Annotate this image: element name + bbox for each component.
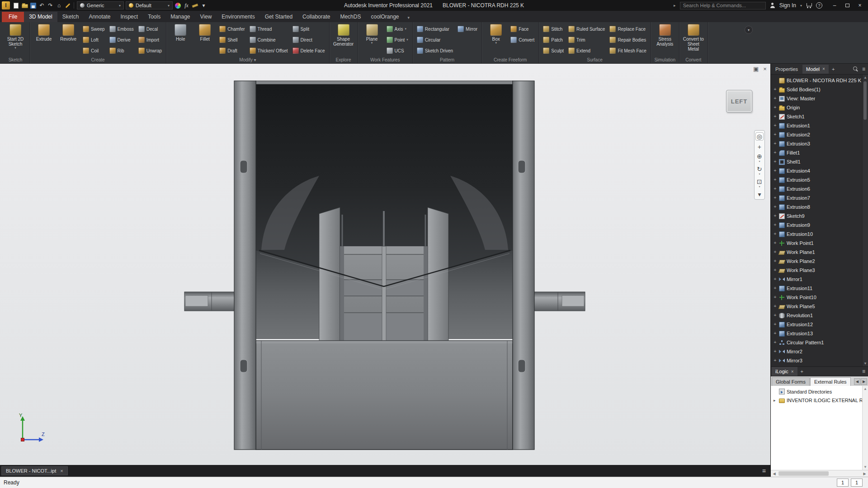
tab-manage[interactable]: Manage [165,12,195,22]
tree-item-extrusion7[interactable]: +Extrusion7 [771,193,868,202]
tab-sketch[interactable]: Sketch [57,12,84,22]
button-ruled-surface[interactable]: Ruled Surface [566,23,607,34]
tree-item-extrusion3[interactable]: +Extrusion3 [771,139,868,148]
measure-icon[interactable] [191,1,199,10]
scroll-down-icon[interactable]: ▼ [863,465,867,469]
tree-item-extrusion10[interactable]: +Extrusion10 [771,230,868,239]
button-extrude[interactable]: Extrude [32,23,56,42]
tree-item-extrusion13[interactable]: +Extrusion13 [771,329,868,338]
button-sculpt[interactable]: Sculpt [541,45,566,56]
ribbon-overflow-button[interactable]: ▾ [745,26,753,34]
tree-item-extrusion8[interactable]: +Extrusion8 [771,202,868,211]
prev-tab-icon[interactable]: ◀ [854,378,860,385]
button-combine[interactable]: Combine [248,34,290,45]
expander-icon[interactable]: + [773,150,777,155]
tree-item-work-plane3[interactable]: +Work Plane3 [771,266,868,275]
zoom-icon[interactable]: ⊕▾ [757,153,762,163]
expander-icon[interactable]: + [773,322,777,327]
expander-icon[interactable]: + [773,114,777,119]
button-draft[interactable]: Draft [217,45,246,56]
button-shell[interactable]: Shell [217,34,246,45]
expander-icon[interactable]: + [773,259,777,263]
button-import[interactable]: Import [137,34,164,45]
ilogic-item-standard-directories[interactable]: Standard Directories [771,387,868,396]
navbar-more-icon[interactable]: ▾ [758,191,761,197]
button-point[interactable]: Point▾ [385,34,410,45]
tab-properties[interactable]: Properties [772,65,802,74]
scrollbar-thumb[interactable] [778,471,829,476]
search-expand-icon[interactable]: ▸ [674,3,676,8]
tree-item-work-point10[interactable]: +Work Point10 [771,293,868,302]
expander-icon[interactable]: + [773,205,777,209]
button-delete-face[interactable]: Delete Face [291,45,327,56]
button-rectangular[interactable]: Rectangular [415,23,455,34]
ilogic-horizontal-scrollbar[interactable]: ◀ ▶ [771,470,868,477]
scroll-left-icon[interactable]: ◀ [771,470,778,477]
viewcube[interactable]: LEFT [726,90,752,113]
tree-item-extrusion9[interactable]: +Extrusion9 [771,221,868,230]
expander-icon[interactable]: + [773,313,777,318]
ribbon-minimize-icon[interactable]: ▾ [404,14,414,22]
tree-item-extrusion6[interactable]: +Extrusion6 [771,184,868,193]
tab-tools[interactable]: Tools [143,12,165,22]
tree-item-solid-bodies-1[interactable]: +Solid Bodies(1) [771,85,868,94]
tab-ilogic[interactable]: iLogic × [772,367,797,376]
button-thicken-offset[interactable]: Thicken/ Offset [248,45,290,56]
sign-in-button[interactable]: Sign In [779,2,796,9]
tree-item-origin[interactable]: +Origin [771,103,868,112]
expander-icon[interactable]: + [773,241,777,245]
button-trim[interactable]: Trim [566,34,607,45]
button-convert[interactable]: Convert [509,34,536,45]
expander-icon[interactable]: + [773,196,777,200]
button-sweep[interactable]: Sweep [81,23,107,34]
add-panel-button[interactable]: + [798,369,806,374]
expander-icon[interactable]: + [773,132,777,137]
expander-icon[interactable]: + [773,286,777,291]
button-hole[interactable]: Hole [169,23,192,42]
tree-item-mirror3[interactable]: +Mirror3 [771,356,868,365]
expander-icon[interactable]: + [773,178,777,182]
maximize-button[interactable] [841,0,854,11]
help-icon[interactable]: ? [816,2,822,9]
parameters-fx-icon[interactable]: fx [182,1,191,10]
tree-item-extrusion1[interactable]: +Extrusion1 [771,121,868,130]
scroll-right-icon[interactable]: ▶ [861,470,868,477]
scroll-up-icon[interactable]: ▲ [863,75,867,80]
close-icon[interactable]: × [60,468,63,474]
scroll-up-icon[interactable]: ▲ [863,387,867,391]
tab-model[interactable]: Model × [802,65,829,74]
tree-item-extrusion5[interactable]: +Extrusion5 [771,175,868,184]
search-input[interactable]: Search Help & Commands... [680,2,766,9]
close-button[interactable]: × [854,0,866,11]
document-tab[interactable]: BLOWER - NICOT...ipt × [1,466,68,475]
panel-menu-icon[interactable]: ≡ [862,368,865,375]
tab-list-menu-icon[interactable]: ≡ [762,467,766,474]
expander-icon[interactable]: + [773,223,777,227]
tree-item-sketch1[interactable]: +Sketch1 [771,112,868,121]
sketch-pencil-icon[interactable] [63,1,72,10]
tree-item-work-plane2[interactable]: +Work Plane2 [771,257,868,266]
tree-item-work-plane5[interactable]: +Work Plane5 [771,302,868,311]
scroll-down-icon[interactable]: ▼ [863,361,867,366]
tree-item-blower-nicotra-rdh-225-k[interactable]: BLOWER - NICOTRA RDH 225 K [771,76,868,85]
expander-icon[interactable]: + [773,187,777,191]
button-start-2d-sketch[interactable]: Start 2D Sketch▾ [4,23,27,50]
tab-view[interactable]: View [195,12,217,22]
button-plane[interactable]: Plane▾ [360,23,384,44]
tree-item-revolution1[interactable]: +Revolution1 [771,311,868,320]
tree-item-mirror2[interactable]: +Mirror2 [771,347,868,356]
expander-icon[interactable]: + [773,349,777,354]
expander-icon[interactable]: + [773,232,777,236]
expander-icon[interactable]: + [773,96,777,101]
expander-icon[interactable]: + [773,141,777,146]
button-unwrap[interactable]: Unwrap [137,45,164,56]
tree-item-work-point1[interactable]: +Work Point1 [771,239,868,248]
button-stress-analysis[interactable]: Stress Analysis [653,23,677,47]
expander-icon[interactable]: + [773,304,777,309]
tree-item-extrusion4[interactable]: +Extrusion4 [771,166,868,175]
store-cart-icon[interactable] [806,3,812,8]
button-fillet[interactable]: Fillet [193,23,217,42]
expander-icon[interactable]: + [773,295,777,300]
save-icon[interactable] [29,1,38,10]
button-emboss[interactable]: Emboss [108,23,136,34]
